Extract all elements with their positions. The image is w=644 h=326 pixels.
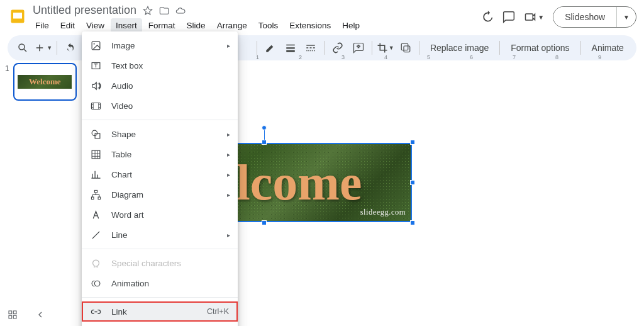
chevron-left-icon[interactable] xyxy=(35,310,45,320)
table-icon xyxy=(91,149,101,160)
audio-icon xyxy=(91,81,101,91)
image-icon xyxy=(91,40,101,51)
insert-video[interactable]: Video xyxy=(82,96,238,116)
slideshow-dropdown[interactable]: ▼ xyxy=(616,7,636,27)
svg-rect-12 xyxy=(94,190,97,193)
menu-file[interactable]: File xyxy=(30,18,54,33)
insert-wordart[interactable]: Word art xyxy=(82,205,238,225)
svg-point-9 xyxy=(92,130,97,136)
shortcut-text: Ctrl+K xyxy=(207,307,229,316)
document-area: Untitled presentation File Edit View Ins… xyxy=(30,4,481,33)
svg-rect-1 xyxy=(13,13,22,18)
insert-comment[interactable]: CommentCtrl+Alt+M xyxy=(82,322,238,326)
diagram-icon xyxy=(91,189,101,200)
slideshow-button[interactable]: Slideshow xyxy=(553,7,616,27)
submenu-arrow-icon: ▸ xyxy=(227,232,230,239)
app-logo[interactable] xyxy=(5,4,30,29)
svg-rect-11 xyxy=(92,150,100,159)
menu-extensions[interactable]: Extensions xyxy=(284,18,336,33)
slide-thumbnail-1[interactable]: Welcome xyxy=(13,63,77,101)
insert-textbox[interactable]: Text box xyxy=(82,55,238,76)
replace-image-button[interactable]: Replace image xyxy=(424,43,495,53)
slideshow-button-group: Slideshow ▼ xyxy=(553,6,636,28)
grid-view-icon[interactable] xyxy=(8,310,18,320)
insert-diagram[interactable]: Diagram▸ xyxy=(82,184,238,205)
svg-rect-8 xyxy=(91,103,100,109)
thumbnail-panel: 1 Welcome xyxy=(0,54,82,326)
svg-rect-5 xyxy=(92,42,100,50)
link-icon xyxy=(91,306,101,317)
menu-help[interactable]: Help xyxy=(337,18,365,33)
resize-handle[interactable] xyxy=(410,140,415,145)
resize-handle[interactable] xyxy=(410,220,415,225)
svg-rect-20 xyxy=(13,315,16,318)
submenu-arrow-icon: ▸ xyxy=(227,131,230,138)
insert-link[interactable]: LinkCtrl+K xyxy=(82,301,238,322)
header-actions: ▼ Slideshow ▼ xyxy=(481,4,636,28)
svg-rect-17 xyxy=(9,311,12,314)
insert-dropdown: Image▸ Text box Audio Video Shape▸ Table… xyxy=(82,31,238,326)
bottom-left-controls xyxy=(8,310,45,320)
svg-rect-18 xyxy=(13,311,16,314)
insert-special-chars: Special characters xyxy=(82,253,238,273)
move-icon[interactable] xyxy=(159,6,169,16)
insert-image[interactable]: Image▸ xyxy=(82,35,238,55)
submenu-arrow-icon: ▸ xyxy=(227,151,230,158)
omega-icon xyxy=(91,258,101,269)
present-cam-icon[interactable]: ▼ xyxy=(524,11,544,23)
app-header: Untitled presentation File Edit View Ins… xyxy=(0,0,644,33)
thumb-number: 1 xyxy=(5,63,9,73)
animation-icon xyxy=(91,278,101,289)
comment-header-icon[interactable] xyxy=(502,11,515,23)
menu-tools[interactable]: Tools xyxy=(253,18,284,33)
resize-handle[interactable] xyxy=(262,140,267,145)
insert-table[interactable]: Table▸ xyxy=(82,144,238,164)
history-icon[interactable] xyxy=(481,11,494,23)
menu-arrange[interactable]: Arrange xyxy=(212,18,252,33)
svg-point-2 xyxy=(19,44,25,50)
submenu-arrow-icon: ▸ xyxy=(227,191,230,198)
resize-handle[interactable] xyxy=(262,220,267,225)
svg-rect-14 xyxy=(98,197,101,200)
video-icon xyxy=(91,101,101,111)
textbox-icon xyxy=(91,60,101,71)
svg-point-6 xyxy=(94,43,95,44)
chart-icon xyxy=(91,169,101,180)
menu-bar: File Edit View Insert Format Slide Arran… xyxy=(30,17,481,33)
insert-animation[interactable]: Animation xyxy=(82,273,238,293)
line-icon xyxy=(91,230,101,240)
insert-chart[interactable]: Chart▸ xyxy=(82,164,238,184)
menu-slide[interactable]: Slide xyxy=(182,18,211,33)
menu-insert[interactable]: Insert xyxy=(111,18,142,33)
submenu-arrow-icon: ▸ xyxy=(227,171,230,178)
shape-icon xyxy=(91,129,101,140)
star-icon[interactable] xyxy=(143,6,153,16)
menu-edit[interactable]: Edit xyxy=(55,18,80,33)
insert-line[interactable]: Line▸ xyxy=(82,225,238,245)
svg-rect-3 xyxy=(401,43,408,50)
format-options-button[interactable]: Format options xyxy=(504,43,575,53)
svg-point-15 xyxy=(94,281,100,286)
menu-format[interactable]: Format xyxy=(143,18,180,33)
svg-rect-13 xyxy=(91,197,94,200)
cloud-icon[interactable] xyxy=(175,6,186,16)
animate-button[interactable]: Animate xyxy=(586,43,630,53)
insert-shape[interactable]: Shape▸ xyxy=(82,124,238,144)
svg-rect-10 xyxy=(95,133,100,138)
document-title[interactable]: Untitled presentation xyxy=(33,4,136,17)
rotate-handle[interactable] xyxy=(262,125,267,130)
submenu-arrow-icon: ▸ xyxy=(227,42,230,49)
svg-rect-4 xyxy=(404,46,410,52)
wordart-icon xyxy=(91,210,101,220)
rotate-line xyxy=(264,129,265,140)
menu-view[interactable]: View xyxy=(81,18,109,33)
image-watermark: slideegg.com xyxy=(360,208,406,217)
resize-handle[interactable] xyxy=(410,180,415,185)
insert-audio[interactable]: Audio xyxy=(82,76,238,96)
svg-rect-19 xyxy=(9,315,12,318)
